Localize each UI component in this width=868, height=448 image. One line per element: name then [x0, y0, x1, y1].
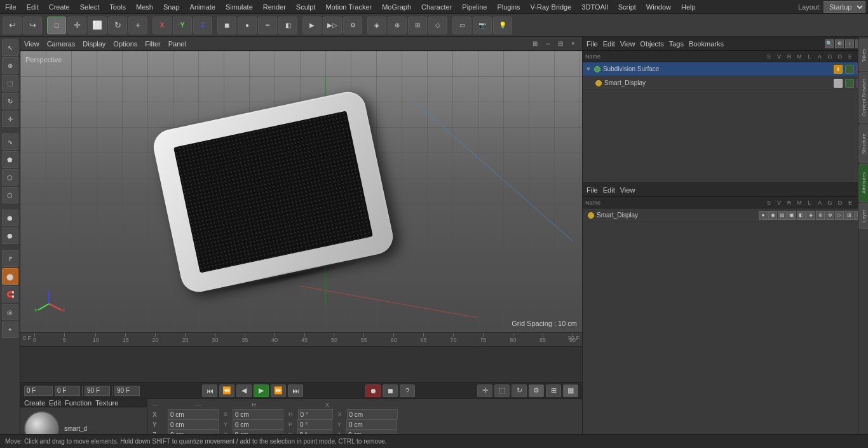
attr-icon-2[interactable]: ◉: [768, 211, 777, 220]
undo-button[interactable]: ↩: [3, 17, 22, 34]
obj-menu-objects[interactable]: Objects: [640, 40, 663, 48]
attr-menu-edit[interactable]: Edit: [603, 186, 615, 194]
left-tool-5[interactable]: ✛: [2, 111, 18, 127]
coord-b-input[interactable]: [297, 430, 332, 434]
play-back-button[interactable]: ◀: [236, 384, 252, 397]
left-tool-paint[interactable]: ⬤: [2, 268, 18, 285]
attr-icon-5[interactable]: ◧: [797, 211, 806, 220]
obj-menu-edit[interactable]: Edit: [603, 40, 615, 48]
menu-help[interactable]: Help: [676, 2, 701, 12]
goto-end-button[interactable]: ⏭: [288, 384, 303, 397]
coord-z3-input[interactable]: [346, 430, 397, 434]
menu-simulate[interactable]: Simulate: [220, 2, 258, 12]
left-tool-magnet[interactable]: 🧲: [2, 286, 18, 302]
move-button[interactable]: ✛: [67, 17, 86, 34]
menu-create[interactable]: Create: [44, 2, 75, 12]
attr-icon-6[interactable]: ◈: [806, 211, 815, 220]
snap3-button[interactable]: ⊞: [408, 17, 427, 34]
attr-item-smart-display[interactable]: Smart_Display ● ◉ ▤ ▣ ◧ ◈ ⊕ ⊗ ▷ ⊞ ✕: [583, 208, 868, 222]
menu-select[interactable]: Select: [75, 2, 105, 12]
rotate-button[interactable]: ↻: [108, 17, 127, 34]
coord-z2-input[interactable]: [233, 430, 283, 434]
snap2-button[interactable]: ⊕: [388, 17, 407, 34]
obj-item-subdivision[interactable]: ▼ Subdivision Surface ⧫: [583, 62, 868, 76]
x-axis-button[interactable]: X: [153, 17, 172, 34]
attr-icon-10[interactable]: ⊞: [844, 211, 853, 220]
coord-p-input[interactable]: [297, 419, 332, 430]
menu-mograph[interactable]: MoGraph: [377, 2, 416, 12]
scale-view-button[interactable]: ⬚: [494, 384, 510, 397]
3d-viewport[interactable]: Perspective: [20, 51, 582, 332]
rotate-view-button[interactable]: ↻: [512, 384, 527, 397]
layout-button[interactable]: ▦: [563, 384, 578, 397]
z-axis-button[interactable]: Z: [193, 17, 212, 34]
obj-menu-tags[interactable]: Tags: [669, 40, 684, 48]
goto-start-button[interactable]: ⏮: [202, 384, 217, 397]
record-button[interactable]: ⏺: [365, 384, 381, 397]
snap-button[interactable]: ◈: [367, 17, 386, 34]
left-tool-camera2[interactable]: ⬡: [2, 187, 18, 203]
left-tool-3[interactable]: ⬚: [2, 75, 18, 92]
select-model-button[interactable]: ◻: [47, 17, 66, 34]
tab-attributes[interactable]: Attributes: [858, 164, 868, 202]
tab-takes[interactable]: Takes: [858, 39, 868, 71]
left-tool-boole[interactable]: ⬢: [2, 210, 18, 226]
obj-tag-subdivision[interactable]: ⧫: [834, 65, 843, 74]
step-back-button[interactable]: ⏪: [219, 384, 234, 397]
menu-plugins[interactable]: Plugins: [492, 2, 525, 12]
menu-mesh[interactable]: Mesh: [131, 2, 158, 12]
left-tool-1[interactable]: ↖: [2, 39, 18, 56]
coord-x2-input[interactable]: [233, 409, 283, 419]
menu-edit[interactable]: Edit: [22, 2, 44, 12]
move-view-button[interactable]: ✛: [477, 384, 492, 397]
playbar-to-input[interactable]: [85, 386, 110, 396]
light-button[interactable]: 💡: [493, 17, 512, 34]
vp-icon-3[interactable]: ⊟: [555, 39, 566, 49]
left-tool-weight[interactable]: ◎: [2, 304, 18, 320]
obj-menu-bookmarks[interactable]: Bookmarks: [689, 40, 724, 48]
left-tool-2[interactable]: ⊕: [2, 57, 18, 74]
left-tool-deform[interactable]: ⬠: [2, 169, 18, 186]
point-mode-button[interactable]: ●: [238, 17, 257, 34]
obj-settings-icon[interactable]: ⚙: [835, 39, 844, 48]
render-settings-button[interactable]: ⚙: [343, 17, 362, 34]
left-tool-4[interactable]: ↻: [2, 93, 18, 109]
create-button[interactable]: +: [128, 17, 147, 34]
coord-h-input[interactable]: [298, 409, 333, 419]
mat-menu-function[interactable]: Function: [65, 399, 92, 407]
poly-mode-button[interactable]: ◧: [278, 17, 297, 34]
menu-window[interactable]: Window: [641, 2, 676, 12]
menu-snap[interactable]: Snap: [158, 2, 185, 12]
vp-icon-2[interactable]: ↔: [543, 39, 553, 49]
obj-visible-smart-display[interactable]: [845, 79, 854, 88]
vp-menu-options[interactable]: Options: [113, 40, 137, 48]
menu-file[interactable]: File: [0, 2, 22, 12]
coord-y-input[interactable]: [168, 419, 219, 430]
object-mode-button[interactable]: ◼: [217, 17, 236, 34]
coord-z-input[interactable]: [168, 430, 219, 434]
camera-button[interactable]: 📷: [473, 17, 492, 34]
y-axis-button[interactable]: Y: [173, 17, 192, 34]
menu-3dtoall[interactable]: 3DTOAll: [576, 2, 613, 12]
menu-tools[interactable]: Tools: [104, 2, 131, 12]
layout-select[interactable]: Startup: [824, 1, 865, 13]
tab-content-browser[interactable]: Content Browser: [858, 72, 868, 123]
menu-motion-tracker[interactable]: Motion Tracker: [320, 2, 377, 12]
step-forward-button[interactable]: ⏩: [271, 384, 286, 397]
material-item[interactable]: smart_d: [20, 407, 147, 434]
playbar-start-input[interactable]: [24, 386, 53, 396]
obj-arrows-icon[interactable]: ↕: [845, 39, 854, 48]
coord-x3-input[interactable]: [347, 409, 398, 419]
obj-visible-subdivision[interactable]: [845, 65, 854, 74]
menu-animate[interactable]: Animate: [185, 2, 220, 12]
floor-button[interactable]: ▭: [452, 17, 471, 34]
left-tool-spline[interactable]: ∿: [2, 133, 18, 150]
attr-icon-1[interactable]: ●: [759, 211, 768, 220]
menu-render[interactable]: Render: [258, 2, 291, 12]
vp-icon-4[interactable]: ×: [568, 39, 578, 49]
vp-menu-filter[interactable]: Filter: [145, 40, 160, 48]
attr-menu-file[interactable]: File: [587, 186, 598, 194]
attr-icon-9[interactable]: ▷: [835, 211, 844, 220]
obj-menu-view[interactable]: View: [620, 40, 635, 48]
perspective-button[interactable]: ◇: [428, 17, 447, 34]
